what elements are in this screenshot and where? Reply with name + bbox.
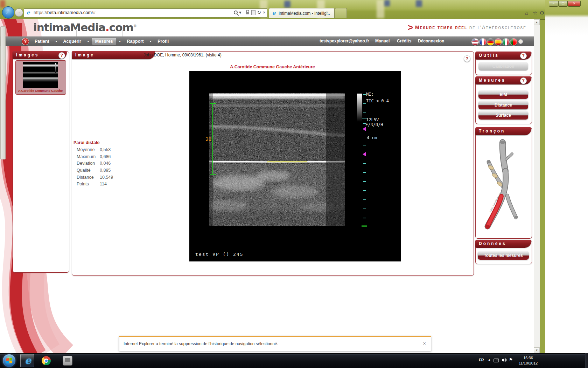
tray-expand-icon[interactable]: ▲	[488, 358, 491, 361]
artery-diagram[interactable]: ©2011 IntimaMedia.com	[477, 136, 530, 237]
site-logo[interactable]: intimaMedia.com®	[33, 21, 137, 34]
tools-gear-icon[interactable]: ⚙	[540, 10, 544, 16]
show-desktop-button[interactable]	[585, 353, 588, 368]
tab-close-icon[interactable]: ×	[326, 10, 328, 15]
minimize-button[interactable]: –	[549, 1, 558, 7]
portugal-flag-icon[interactable]	[510, 38, 517, 46]
nav-dot: •	[119, 39, 121, 43]
nav-item-rapport[interactable]: Rapport	[124, 38, 147, 45]
keyboard-tray-icon[interactable]	[493, 358, 499, 363]
image-panel-header: Image	[72, 51, 155, 59]
tab-favicon-icon: e	[272, 11, 276, 16]
close-button[interactable]: ✕	[568, 1, 581, 7]
browser-back-button[interactable]: ←	[2, 6, 14, 19]
clock-date: 11/10/2012	[517, 361, 539, 366]
surface-button[interactable]: Surface	[478, 111, 528, 120]
nav-help-button[interactable]: ?	[22, 38, 29, 45]
desktop: ← → e https://beta.intimamedia.com/# ▾ ↻…	[0, 0, 588, 368]
desktop-blur-decoration	[416, 0, 422, 7]
new-tab-button[interactable]	[335, 8, 347, 18]
nav-link-credits[interactable]: Crédits	[397, 39, 411, 43]
scroll-down-button[interactable]: ▼	[534, 347, 540, 353]
grayscale-bar	[357, 94, 362, 122]
toutes-les-mesures-button[interactable]: Toutes les mesures	[478, 251, 529, 260]
taskbar-ie-button[interactable]: e	[20, 354, 34, 367]
troncon-panel-header: Tronçon	[475, 127, 531, 135]
lock-icon	[246, 12, 249, 14]
nav-link-manuel[interactable]: Manuel	[375, 39, 390, 43]
stop-button[interactable]: ×	[263, 10, 266, 15]
chevron-icon: >	[408, 22, 413, 33]
notification-close-icon[interactable]: ×	[423, 340, 426, 346]
minimize-icon: –	[553, 2, 554, 5]
us-flag-icon[interactable]	[471, 38, 479, 46]
desktop-blur-decoration	[377, 0, 384, 18]
nav-item-profil[interactable]: Profil	[154, 38, 172, 45]
taskbar	[0, 353, 588, 368]
browser-forward-button[interactable]: →	[15, 8, 23, 17]
site-tagline: > Mesure temps réel de l'Athérosclérose	[408, 22, 536, 33]
desktop-blur-decoration	[384, 0, 390, 6]
user-email: testvpexplorer@yahoo.fr	[320, 39, 369, 43]
nav-link-deconnexion[interactable]: Déconnexion	[418, 39, 444, 43]
close-icon: ✕	[573, 2, 576, 5]
background-window	[545, 0, 588, 353]
tab-title[interactable]: IntimaMedia.com - Intellig...	[279, 11, 330, 16]
extra-language-icon[interactable]	[518, 39, 523, 44]
nav-item-acquerir[interactable]: Acquérir	[60, 38, 84, 45]
header-separator	[122, 30, 122, 36]
vertical-scrollbar[interactable]	[534, 19, 540, 353]
ultrasound-thumbnail[interactable]	[23, 62, 58, 88]
italy-flag-icon[interactable]	[502, 38, 510, 46]
image-help-button[interactable]: ?	[464, 55, 470, 62]
language-indicator[interactable]: FR	[479, 358, 484, 362]
nav-dot: •	[150, 39, 151, 43]
scrollbar-thumb[interactable]	[0, 26, 6, 159]
scroll-up-button[interactable]: ▲	[534, 19, 540, 25]
maximize-button[interactable]: ▢	[558, 1, 568, 7]
back-arrow-icon: ←	[5, 8, 12, 16]
images-help-button[interactable]: ?	[58, 52, 65, 59]
measurement-row: Distance10,549	[77, 175, 140, 180]
nav-item-mesures[interactable]: Mesures	[92, 38, 116, 45]
distance-button[interactable]: Distance	[478, 101, 528, 109]
mode-label: E/3/D/H	[365, 122, 383, 127]
search-icon[interactable]	[234, 11, 238, 14]
mesures-help-button[interactable]: ?	[520, 77, 527, 84]
thumbnail-caption: A.Carotide Commune Gauche	[15, 89, 65, 93]
volume-tray-icon[interactable]	[501, 357, 507, 363]
outils-help-button[interactable]: ?	[520, 53, 527, 59]
patient-info: John DOE, Homme, 09/03/1961, (visite 4)	[144, 53, 290, 57]
header-separator	[76, 30, 77, 36]
eim-button[interactable]: EIM	[478, 90, 528, 99]
taskbar-app-button[interactable]	[60, 354, 74, 367]
refresh-button[interactable]: ↻	[257, 10, 261, 15]
home-button[interactable]: ⌂	[525, 10, 528, 16]
forward-arrow-icon: →	[17, 9, 21, 15]
action-center-flag-icon[interactable]: ⚑	[509, 357, 513, 362]
measurement-row: Points114	[77, 182, 140, 186]
measurement-row: Maximum0,686	[77, 154, 140, 159]
url-text[interactable]: https://beta.intimamedia.com/#	[34, 10, 96, 15]
desktop-blur-decoration	[284, 1, 290, 8]
nav-item-patient[interactable]: Patient	[31, 38, 52, 45]
taskbar-chrome-button[interactable]	[39, 354, 53, 367]
clock-time: 16:36	[517, 355, 539, 361]
focus-marker-icon	[363, 127, 366, 131]
ultrasound-footer-text: test VP () 245	[195, 252, 244, 257]
compatibility-view-icon[interactable]	[251, 10, 255, 15]
taskbar-clock[interactable]: 16:3611/10/2012	[517, 355, 539, 366]
france-flag-icon[interactable]	[479, 38, 486, 46]
depth-label: 4 cm	[367, 135, 377, 140]
scroll-up-icon: ▲	[536, 21, 538, 24]
tic-label: TIC < 0.4	[366, 98, 389, 103]
spain-flag-icon[interactable]	[495, 38, 502, 46]
nav-dot: •	[56, 39, 57, 43]
chrome-icon	[42, 356, 51, 365]
depth-ruler-ticks	[363, 95, 366, 218]
favorites-button[interactable]: ☆	[533, 10, 537, 16]
germany-flag-icon[interactable]	[487, 38, 494, 46]
notification-text: Internet Explorer a terminé la suppressi…	[124, 341, 278, 346]
search-dropdown-icon[interactable]: ▾	[239, 10, 241, 15]
notification-bar: Internet Explorer a terminé la suppressi…	[119, 336, 431, 351]
